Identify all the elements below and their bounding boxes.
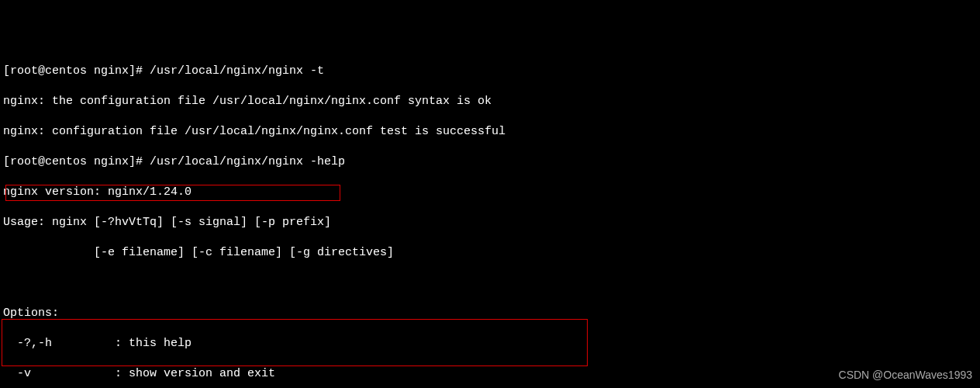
terminal-line: nginx: configuration file /usr/local/ngi… (3, 124, 977, 140)
terminal-line: [root@centos nginx]# /usr/local/nginx/ng… (3, 64, 977, 79)
terminal-line: -?,-h : this help (3, 336, 977, 352)
terminal-line: Options: (3, 306, 977, 321)
terminal-line: -v : show version and exit (3, 366, 977, 382)
watermark-text: CSDN @OceanWaves1993 (839, 368, 972, 382)
terminal-line: nginx version: nginx/1.24.0 (3, 185, 977, 200)
terminal-line: Usage: nginx [-?hvVtTq] [-s signal] [-p … (3, 215, 977, 230)
terminal-line: nginx: the configuration file /usr/local… (3, 94, 977, 109)
terminal-line (3, 275, 977, 291)
terminal-line: [-e filename] [-c filename] [-g directiv… (3, 245, 977, 261)
terminal-line: [root@centos nginx]# /usr/local/nginx/ng… (3, 154, 977, 170)
